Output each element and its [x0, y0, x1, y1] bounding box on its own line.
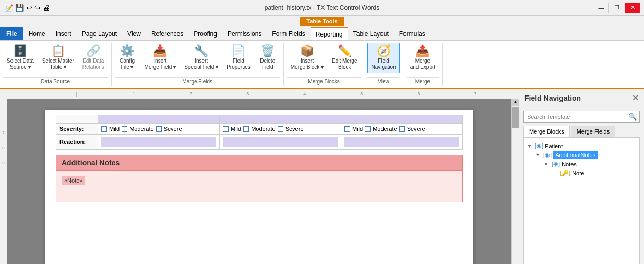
severe-checkbox-2[interactable] [278, 126, 283, 132]
edit-merge-block-label: Edit MergeBlock [332, 58, 357, 70]
reaction-field-2[interactable] [223, 137, 338, 147]
panel-header: Field Navigation ✕ [519, 89, 644, 107]
mild-checkbox-2[interactable] [223, 126, 229, 132]
field-navigation-label: FieldNavigation [371, 58, 396, 70]
insert-merge-field-button[interactable]: 📥 InsertMerge Field ▾ [141, 43, 180, 73]
moderate-checkbox-2[interactable] [243, 126, 249, 132]
edit-data-relations-icon: 🔗 [86, 45, 100, 57]
patient-expand-icon[interactable]: ▼ [527, 143, 533, 149]
field-navigation-button[interactable]: 🧭 FieldNavigation [367, 43, 399, 73]
delete-field-button[interactable]: 🗑️ DeleteField [255, 43, 280, 73]
merge-fields-buttons: ⚙️ ConfigFile ▾ 📥 InsertMerge Field ▾ 🔧 … [115, 43, 280, 76]
menu-home[interactable]: Home [23, 27, 51, 40]
edit-merge-block-button[interactable]: ✏️ Edit MergeBlock [328, 43, 361, 73]
ruler-marks: | 1 2 3 4 5 6 7 [76, 89, 514, 99]
menu-page-layout[interactable]: Page Layout [77, 27, 122, 40]
page-scroll-area[interactable]: Severity: Mild Moderate Severe [7, 99, 511, 264]
menu-formulas[interactable]: Formulas [394, 27, 431, 40]
severe-label-3: Severe [407, 126, 425, 132]
additional-notes-section: Additional Notes «Note» [56, 155, 463, 202]
quick-access-redo[interactable]: ↪ [34, 4, 41, 12]
scroll-thumb[interactable] [512, 107, 519, 128]
moderate-checkbox-1[interactable] [122, 126, 127, 132]
scroll-track[interactable] [512, 106, 519, 264]
merge-blocks-buttons: 📦 InsertMerge Block ▾ ✏️ Edit MergeBlock [287, 43, 361, 76]
quick-access-save[interactable]: 💾 [15, 4, 24, 12]
vertical-scrollbar[interactable]: ▲ ▼ [511, 99, 519, 264]
patient-block-icon: [◉] [535, 142, 543, 149]
menu-reporting[interactable]: Reporting [311, 27, 348, 40]
tree-notes-item[interactable]: ▼ [◉] Notes [544, 160, 636, 169]
tree-additional-notes-item[interactable]: ▼ [◉] AdditionalNotes [535, 150, 636, 160]
additional-notes-block-icon: [◉] [543, 152, 552, 159]
merge-fields-group-label: Merge Fields [115, 77, 280, 86]
config-file-button[interactable]: ⚙️ ConfigFile ▾ [115, 43, 140, 73]
view-buttons: 🧭 FieldNavigation [367, 43, 399, 76]
severity-checkboxes-2: Mild Moderate Severe [223, 126, 338, 132]
table-tools-label: Table Tools [300, 17, 344, 26]
merge-and-export-button[interactable]: 📤 Mergeand Export [407, 43, 439, 73]
tree-additional-notes-node: ▼ [◉] AdditionalNotes ▼ [◉] Notes [527, 150, 636, 177]
ribbon-group-data-source: 🗄️ Select DataSource ▾ 📋 Select MasterTa… [0, 43, 112, 86]
ribbon-group-merge-fields: ⚙️ ConfigFile ▾ 📥 InsertMerge Field ▾ 🔧 … [112, 43, 284, 86]
allergy-cell-top-3 [341, 115, 463, 124]
severe-checkbox-3[interactable] [399, 126, 405, 132]
vertical-ruler: 789 [0, 99, 7, 264]
minimize-button[interactable]: — [594, 3, 609, 13]
menu-table-layout[interactable]: Table Layout [348, 27, 394, 40]
notes-expand-icon[interactable]: ▼ [544, 162, 550, 167]
document-area[interactable]: | 1 2 3 4 5 6 7 789 [0, 89, 519, 264]
additional-notes-body[interactable]: «Note» [56, 171, 462, 202]
insert-merge-block-button[interactable]: 📦 InsertMerge Block ▾ [287, 43, 327, 73]
reaction-field-1[interactable] [101, 137, 216, 147]
search-template-input[interactable] [524, 112, 626, 122]
panel-search-box[interactable]: 🔍 [523, 111, 640, 123]
merge-and-export-icon: 📤 [415, 45, 430, 57]
scroll-up-button[interactable]: ▲ [512, 99, 519, 106]
insert-merge-field-icon: 📥 [153, 45, 167, 57]
severity-cell-1: Mild Moderate Severe [98, 124, 220, 135]
quick-access-print[interactable]: 🖨 [43, 4, 50, 12]
menu-insert[interactable]: Insert [51, 27, 77, 40]
menu-permissions[interactable]: Permissions [222, 27, 267, 40]
panel-close-button[interactable]: ✕ [632, 93, 639, 103]
menu-references[interactable]: References [146, 27, 188, 40]
tree-patient-item[interactable]: ▼ [◉] Patient [527, 141, 636, 150]
tree-note-node: [🔑] Note [544, 169, 636, 177]
field-properties-icon: 📄 [231, 45, 245, 57]
insert-special-field-button[interactable]: 🔧 InsertSpecial Field ▾ [181, 43, 222, 73]
field-properties-button[interactable]: 📄 FieldProperties [223, 43, 254, 73]
tab-merge-fields[interactable]: Merge Fields [571, 126, 616, 137]
mild-label-3: Mild [352, 126, 363, 132]
menu-view[interactable]: View [122, 27, 146, 40]
close-button[interactable]: ✕ [625, 3, 640, 13]
select-master-button[interactable]: 📋 Select MasterTable ▾ [39, 43, 78, 73]
mild-checkbox-3[interactable] [344, 126, 350, 132]
additional-notes-expand-icon[interactable]: ▼ [535, 152, 542, 158]
select-data-source-button[interactable]: 🗄️ Select DataSource ▾ [3, 43, 38, 73]
moderate-checkbox-3[interactable] [365, 126, 371, 132]
notes-label: Notes [562, 161, 577, 167]
severity-checkboxes-1: Mild Moderate Severe [101, 126, 216, 132]
severe-checkbox-1[interactable] [156, 126, 162, 132]
menu-form-fields[interactable]: Form Fields [267, 27, 310, 40]
maximize-button[interactable]: ☐ [610, 3, 624, 13]
tab-merge-blocks[interactable]: Merge Blocks [523, 126, 570, 137]
mild-checkbox-1[interactable] [101, 126, 107, 132]
edit-data-relations-button[interactable]: 🔗 Edit DataRelations [79, 43, 108, 73]
window-controls: — ☐ ✕ [594, 3, 640, 13]
quick-access-undo[interactable]: ↩ [26, 4, 32, 12]
search-icon: 🔍 [626, 111, 639, 122]
menu-proofing[interactable]: Proofing [188, 27, 222, 40]
menu-bar: File Home Insert Page Layout View Refere… [0, 27, 644, 41]
ribbon-group-view: 🧭 FieldNavigation View [364, 43, 403, 86]
allergy-cell-top-1 [98, 115, 220, 124]
select-master-label: Select MasterTable ▾ [42, 58, 74, 70]
tree-note-item[interactable]: [🔑] Note [552, 169, 636, 177]
insert-merge-block-icon: 📦 [300, 45, 314, 57]
insert-special-field-icon: 🔧 [194, 45, 208, 57]
additional-notes-label: AdditionalNotes [553, 151, 598, 159]
field-properties-label: FieldProperties [226, 58, 251, 70]
reaction-field-3[interactable] [344, 137, 459, 147]
menu-file[interactable]: File [0, 27, 23, 40]
